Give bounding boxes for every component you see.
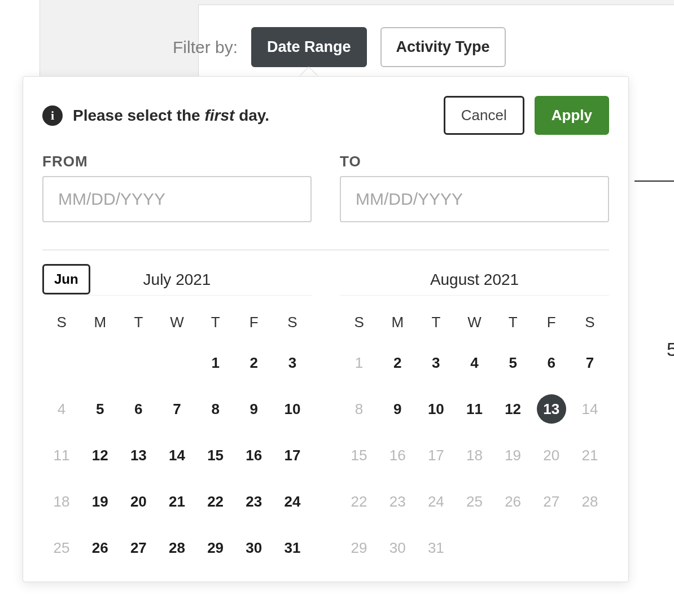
calendar-day[interactable]: 11 xyxy=(459,394,489,424)
calendar-day[interactable]: 22 xyxy=(344,487,374,516)
from-label: FROM xyxy=(42,153,312,170)
calendar-day[interactable]: 14 xyxy=(575,394,605,424)
calendar-day[interactable]: 5 xyxy=(85,394,115,424)
calendar-day[interactable]: 27 xyxy=(537,487,566,516)
calendar-day[interactable]: 19 xyxy=(498,441,528,470)
calendar-day[interactable]: 26 xyxy=(85,533,115,562)
cancel-button[interactable]: Cancel xyxy=(444,96,524,135)
calendar-day[interactable]: 5 xyxy=(498,348,528,377)
calendars-row: Jun July 2021 SMTWTFS1234567891011121314… xyxy=(42,264,609,562)
weekday-header: W xyxy=(157,314,196,331)
to-label: TO xyxy=(340,153,609,170)
calendar-day[interactable]: 15 xyxy=(201,441,230,470)
calendar-day[interactable]: 10 xyxy=(421,394,450,424)
weekday-header: M xyxy=(378,314,417,331)
calendar-day[interactable]: 9 xyxy=(383,394,412,424)
to-input[interactable] xyxy=(340,176,609,222)
calendar-day[interactable]: 4 xyxy=(47,394,76,424)
calendar-day[interactable]: 6 xyxy=(124,394,153,424)
calendar-day[interactable]: 14 xyxy=(162,441,191,470)
calendar-day[interactable]: 23 xyxy=(383,487,412,516)
calendar-day[interactable]: 1 xyxy=(344,348,374,377)
calendar-day[interactable]: 26 xyxy=(498,487,528,516)
info-icon: i xyxy=(42,105,63,126)
weekday-header: F xyxy=(235,314,273,331)
calendar-day[interactable]: 17 xyxy=(278,441,307,470)
filter-date-range-button[interactable]: Date Range xyxy=(251,27,367,67)
calendar-day[interactable]: 27 xyxy=(124,533,153,562)
calendar-day[interactable]: 12 xyxy=(498,394,528,424)
calendar-blank xyxy=(85,348,115,377)
calendar-blank xyxy=(47,348,76,377)
calendar-day[interactable]: 10 xyxy=(278,394,307,424)
weekday-header: T xyxy=(196,314,235,331)
instruction-post: day. xyxy=(234,107,269,124)
filter-activity-type-button[interactable]: Activity Type xyxy=(380,27,506,67)
calendar-day[interactable]: 31 xyxy=(421,533,450,562)
weekday-header: F xyxy=(532,314,571,331)
calendar-day[interactable]: 11 xyxy=(47,441,76,470)
calendar-day[interactable]: 1 xyxy=(201,348,230,377)
calendar-day[interactable]: 16 xyxy=(383,441,412,470)
calendar-day[interactable]: 29 xyxy=(201,533,230,562)
calendar-day[interactable]: 16 xyxy=(239,441,269,470)
calendar-day[interactable]: 18 xyxy=(459,441,489,470)
calendar-right-head: August 2021 xyxy=(340,264,609,296)
calendar-day[interactable]: 20 xyxy=(537,441,566,470)
calendar-day[interactable]: 24 xyxy=(278,487,307,516)
calendar-day[interactable]: 9 xyxy=(239,394,269,424)
calendar-right-grid: SMTWTFS123456789101112131415161718192021… xyxy=(340,314,609,562)
calendar-blank xyxy=(162,348,191,377)
calendar-day[interactable]: 21 xyxy=(162,487,191,516)
from-input[interactable] xyxy=(42,176,312,222)
prev-month-button[interactable]: Jun xyxy=(42,264,90,294)
calendar-day[interactable]: 20 xyxy=(124,487,153,516)
weekday-header: S xyxy=(42,314,81,331)
calendar-day[interactable]: 28 xyxy=(162,533,191,562)
calendar-day[interactable]: 30 xyxy=(383,533,412,562)
weekday-header: W xyxy=(455,314,493,331)
calendar-left-head: Jun July 2021 xyxy=(42,264,312,296)
calendar-day[interactable]: 12 xyxy=(85,441,115,470)
calendar-right: August 2021 SMTWTFS123456789101112131415… xyxy=(340,264,609,562)
offscreen-number: 5 xyxy=(667,338,674,360)
calendar-day[interactable]: 21 xyxy=(575,441,605,470)
apply-button[interactable]: Apply xyxy=(535,96,609,135)
calendar-day[interactable]: 6 xyxy=(537,348,566,377)
calendar-day[interactable]: 8 xyxy=(201,394,230,424)
calendar-day[interactable]: 2 xyxy=(383,348,412,377)
calendar-day[interactable]: 15 xyxy=(344,441,374,470)
popover-header: i Please select the first day. Cancel Ap… xyxy=(42,96,609,135)
calendar-day[interactable]: 3 xyxy=(421,348,450,377)
calendar-blank xyxy=(124,348,153,377)
calendar-day[interactable]: 13 xyxy=(124,441,153,470)
calendar-day[interactable]: 25 xyxy=(47,533,76,562)
calendar-day[interactable]: 18 xyxy=(47,487,76,516)
calendar-day[interactable]: 28 xyxy=(575,487,605,516)
instruction: i Please select the first day. xyxy=(42,105,269,126)
instruction-text: Please select the first day. xyxy=(73,107,269,125)
calendar-day[interactable]: 29 xyxy=(344,533,374,562)
calendar-day[interactable]: 23 xyxy=(239,487,269,516)
right-divider-fragment xyxy=(634,181,674,182)
calendar-day[interactable]: 25 xyxy=(459,487,489,516)
calendar-day[interactable]: 17 xyxy=(421,441,450,470)
to-field: TO xyxy=(340,153,609,222)
calendar-day[interactable]: 22 xyxy=(201,487,230,516)
calendar-day[interactable]: 24 xyxy=(421,487,450,516)
weekday-header: T xyxy=(119,314,157,331)
calendar-day[interactable]: 13 xyxy=(537,394,566,424)
calendar-day[interactable]: 8 xyxy=(344,394,374,424)
calendar-day[interactable]: 2 xyxy=(239,348,269,377)
calendar-day[interactable]: 3 xyxy=(278,348,307,377)
calendar-day[interactable]: 31 xyxy=(278,533,307,562)
calendar-day[interactable]: 7 xyxy=(162,394,191,424)
instruction-em: first xyxy=(204,107,234,124)
calendar-day[interactable]: 4 xyxy=(459,348,489,377)
calendar-day[interactable]: 30 xyxy=(239,533,269,562)
calendar-left: Jun July 2021 SMTWTFS1234567891011121314… xyxy=(42,264,312,562)
calendar-day[interactable]: 19 xyxy=(85,487,115,516)
calendar-day[interactable]: 7 xyxy=(575,348,605,377)
weekday-header: T xyxy=(417,314,455,331)
weekday-header: S xyxy=(571,314,609,331)
